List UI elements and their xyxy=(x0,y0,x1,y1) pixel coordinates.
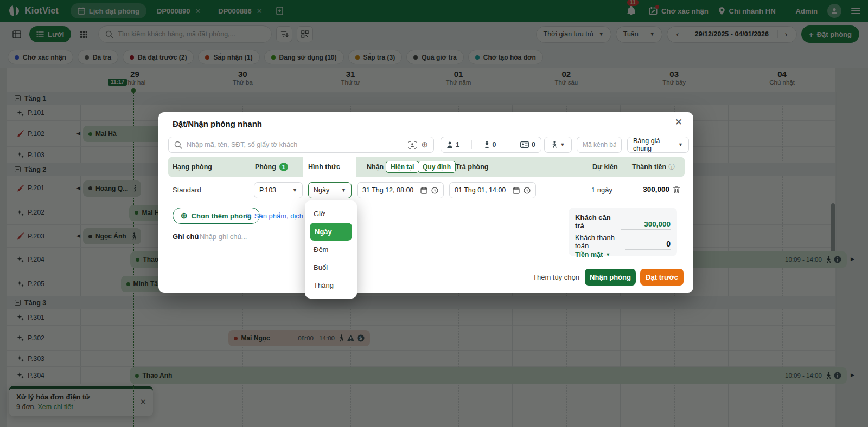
walk-in-type-dropdown[interactable]: ▼ xyxy=(544,137,572,153)
guest-count-group[interactable]: 1 0 0 xyxy=(441,137,541,153)
add-service-link[interactable]: ⊕ Sản phẩm, dịch vụ xyxy=(245,211,312,220)
form-select[interactable]: Ngày ▼ xyxy=(308,182,352,198)
walk-in-icon xyxy=(551,141,557,148)
chevron-down-icon: ▼ xyxy=(341,187,346,193)
modal-close-icon[interactable]: ✕ xyxy=(675,117,682,128)
note-input[interactable]: Nhập ghi chú... xyxy=(200,232,247,241)
sale-channel-input[interactable] xyxy=(577,137,622,153)
modal-title: Đặt/Nhận phòng nhanh xyxy=(173,119,262,128)
payment-summary: Khách cần trả 300,000 Khách thanh toán 0… xyxy=(569,208,677,256)
scan-id-icon[interactable] xyxy=(408,141,417,149)
clock-icon xyxy=(431,187,438,194)
clock-icon xyxy=(524,187,531,194)
add-service-label: Sản phẩm, dịch vụ xyxy=(254,212,313,220)
info-icon: ⓘ xyxy=(668,157,675,177)
need-pay-value: 300,000 xyxy=(621,220,671,230)
chevron-down-icon: ▼ xyxy=(605,252,610,257)
need-pay-label: Khách cần trả xyxy=(575,214,621,230)
plus-circle-icon: ⊕ xyxy=(181,211,188,221)
row-total-input[interactable]: 300,000 xyxy=(620,183,669,197)
room-select-value: P.103 xyxy=(259,186,276,194)
col-checkout: Trả phòng xyxy=(456,157,488,177)
calendar-icon xyxy=(420,187,427,194)
id-document-count[interactable]: 0 xyxy=(520,141,535,148)
room-count-badge: 1 xyxy=(279,163,288,171)
calendar-icon xyxy=(513,187,520,194)
reserve-button[interactable]: Đặt trước xyxy=(640,269,684,286)
form-options-popup: GiờNgàyĐêmBuổiTháng xyxy=(305,200,357,299)
checkout-datetime-picker[interactable]: 01 Thg 01, 14:00 xyxy=(449,182,536,198)
id-card-icon xyxy=(520,141,529,148)
paid-input[interactable]: 0 xyxy=(625,240,671,250)
form-select-value: Ngày xyxy=(314,186,329,194)
divider xyxy=(508,140,508,149)
col-room-type: Hạng phòng xyxy=(173,157,212,177)
checkout-datetime-value: 01 Thg 01, 14:00 xyxy=(455,186,509,194)
chevron-down-icon: ▼ xyxy=(678,142,683,147)
search-icon xyxy=(174,141,182,149)
add-guest-icon[interactable]: ⊕ xyxy=(421,140,428,150)
divider xyxy=(471,140,472,149)
col-total: Thành tiền ⓘ xyxy=(632,157,675,177)
sale-channel-field[interactable] xyxy=(583,141,616,148)
id-count-value: 0 xyxy=(532,141,535,148)
price-list-dropdown[interactable]: Bảng giá chung ▼ xyxy=(627,137,689,153)
row-room-type: Standard xyxy=(173,180,201,200)
form-option-ngày[interactable]: Ngày xyxy=(310,223,352,241)
checkin-now-chip[interactable]: Hiện tại xyxy=(386,161,419,173)
guest-search-input[interactable] xyxy=(187,141,404,148)
col-total-label: Thành tiền xyxy=(632,157,666,177)
form-option-đêm[interactable]: Đêm xyxy=(305,241,357,258)
price-list-label: Bảng giá chung xyxy=(633,137,674,152)
add-room-label: Chọn thêm phòng xyxy=(192,212,252,220)
child-count[interactable]: 0 xyxy=(484,141,496,148)
child-count-value: 0 xyxy=(493,141,496,148)
room-select[interactable]: P.103 ▼ xyxy=(254,182,303,198)
adult-icon xyxy=(446,141,453,148)
note-label: Ghi chú xyxy=(173,232,199,241)
row-expected-duration: 1 ngày xyxy=(591,180,612,200)
delete-row-icon[interactable] xyxy=(673,186,680,194)
col-room-label: Phòng xyxy=(255,157,276,177)
checkin-button[interactable]: Nhận phòng xyxy=(585,269,636,286)
guest-search-box[interactable]: ⊕ xyxy=(168,137,434,153)
payment-method-label: Tiền mặt xyxy=(575,251,603,258)
form-option-tháng[interactable]: Tháng xyxy=(305,276,357,294)
more-options-link[interactable]: Thêm tùy chọn xyxy=(533,273,579,281)
plus-circle-icon: ⊕ xyxy=(245,211,252,220)
checkin-datetime-value: 31 Thg 12, 08:00 xyxy=(362,186,417,194)
checkin-rule-chip[interactable]: Quy định xyxy=(418,161,456,173)
paid-label: Khách thanh toán xyxy=(575,234,625,250)
col-expected: Dự kiến xyxy=(592,157,618,177)
adult-count-value: 1 xyxy=(456,141,459,148)
col-checkin: Nhận xyxy=(367,157,384,177)
chevron-down-icon: ▼ xyxy=(292,187,297,193)
form-option-buổi[interactable]: Buổi xyxy=(305,258,357,276)
col-room: Phòng 1 xyxy=(255,157,288,177)
quick-booking-modal: Đặt/Nhận phòng nhanh ✕ ⊕ 1 0 0 ▼ xyxy=(158,112,693,293)
child-icon xyxy=(484,141,490,148)
form-option-giờ[interactable]: Giờ xyxy=(305,205,357,223)
checkin-datetime-picker[interactable]: 31 Thg 12, 08:00 xyxy=(357,182,444,198)
col-form: Hình thức xyxy=(308,157,340,177)
payment-method-dropdown[interactable]: Tiền mặt ▼ xyxy=(575,251,671,258)
adult-count[interactable]: 1 xyxy=(446,141,459,148)
chevron-down-icon: ▼ xyxy=(560,142,565,147)
